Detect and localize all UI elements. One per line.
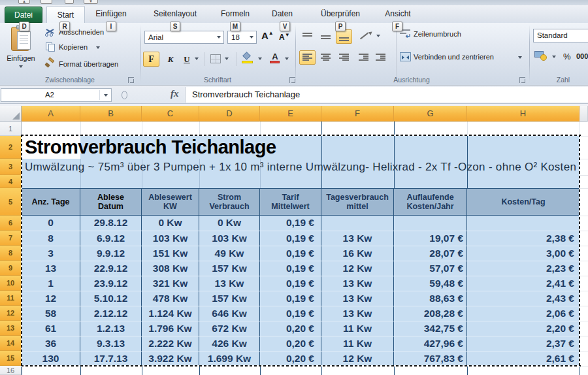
tab-datei[interactable]: Datei (5, 7, 42, 23)
table-cell[interactable]: 19,07 € (394, 231, 467, 246)
tab-formeln[interactable]: Formeln (221, 5, 250, 23)
table-cell[interactable]: 3 (22, 246, 80, 261)
table-cell[interactable]: 16 Kw (321, 246, 394, 261)
comma-style-button[interactable]: 000 (576, 52, 588, 60)
table-cell[interactable]: 1.2.13 (80, 321, 142, 336)
table-cell[interactable]: 0,20 € (260, 351, 321, 366)
italic-button[interactable]: K (163, 52, 178, 67)
table-col-header[interactable]: Kosten/Tag (467, 189, 580, 215)
column-header-F[interactable]: F (321, 106, 394, 122)
table-cell[interactable]: 342,75 € (394, 321, 467, 336)
table-cell[interactable]: 0,19 € (260, 216, 321, 231)
column-header-B[interactable]: B (80, 106, 142, 122)
sheet-subtitle-cell[interactable]: Umwälzung ~ 75m³ über 3 Pumpen + 1x 10 m… (25, 159, 576, 175)
table-col-header[interactable]: Tagesverbrauchmittel (321, 189, 394, 215)
row-header-12[interactable]: 12 (0, 306, 22, 321)
table-col-header[interactable]: AblesewertKW (142, 189, 199, 215)
table-cell[interactable]: 0,20 € (260, 336, 321, 351)
table-cell[interactable]: 0,19 € (260, 261, 321, 276)
row-header-2[interactable]: 2 (0, 136, 22, 159)
table-cell[interactable]: 6.9.12 (80, 231, 142, 246)
table-cell[interactable]: 2,06 € (467, 306, 580, 321)
decrease-indent-icon[interactable] (355, 50, 372, 65)
underline-dropdown-icon[interactable] (195, 57, 199, 60)
table-cell[interactable]: 8 (22, 231, 80, 246)
column-header-A[interactable]: A (22, 106, 80, 122)
formula-bar-splitter[interactable] (122, 91, 127, 99)
row-header-3[interactable]: 3 (0, 159, 22, 175)
row-header-7[interactable]: 7 (0, 231, 22, 246)
clipboard-dialog-launcher-icon[interactable] (128, 77, 134, 83)
insert-function-icon[interactable]: fx (171, 88, 179, 99)
table-cell[interactable]: 0,19 € (260, 291, 321, 306)
fill-color-dropdown-icon[interactable] (258, 57, 262, 60)
table-cell[interactable]: 0 (22, 216, 80, 231)
format-painter-button[interactable]: Format übertragen (59, 60, 118, 68)
column-header-C[interactable]: C (142, 106, 199, 122)
row-header-5[interactable]: 5 (0, 188, 22, 216)
row-header-9[interactable]: 9 (0, 261, 22, 276)
table-cell[interactable]: 478 Kw (142, 291, 199, 306)
table-cell[interactable]: 2,43 € (467, 291, 580, 306)
sheet-title-cell[interactable]: Stromverbrauch Teichanlage (25, 136, 276, 159)
table-cell[interactable]: 36 (22, 336, 80, 351)
table-cell[interactable]: 1 (22, 276, 80, 291)
column-header-H[interactable]: H (467, 106, 580, 122)
bold-button[interactable]: F (143, 52, 159, 67)
table-cell[interactable]: 2.222 Kw (142, 336, 199, 351)
merge-center-button[interactable]: Verbinden und zentrieren (414, 53, 494, 61)
table-cell[interactable]: 12 Kw (321, 351, 394, 366)
wrap-text-button[interactable]: Zeilenumbruch (414, 30, 461, 38)
table-cell[interactable]: 1.796 Kw (142, 321, 199, 336)
row-header-6[interactable]: 6 (0, 216, 22, 231)
grow-font-button[interactable]: A▲ (261, 30, 274, 41)
table-cell[interactable]: 0,20 € (260, 321, 321, 336)
table-cell[interactable]: 88,63 € (394, 291, 467, 306)
paste-dropdown-icon[interactable] (19, 65, 23, 68)
table-col-header[interactable]: AbleseDatum (80, 189, 142, 215)
table-cell[interactable]: 308 Kw (142, 261, 199, 276)
table-cell[interactable]: 2,61 € (467, 351, 580, 366)
underline-button[interactable]: U (180, 52, 193, 67)
row-header-15[interactable]: 15 (0, 351, 22, 366)
table-cell[interactable]: 208,28 € (394, 306, 467, 321)
align-left-icon[interactable] (299, 50, 316, 65)
table-cell[interactable]: 13 (22, 261, 80, 276)
font-color-dropdown-icon[interactable] (285, 57, 289, 60)
borders-icon[interactable] (210, 54, 221, 63)
fill-color-icon[interactable] (241, 52, 254, 63)
table-cell[interactable]: 2.12.12 (80, 306, 142, 321)
row-header-11[interactable]: 11 (0, 291, 22, 306)
table-cell[interactable]: 59,48 € (394, 276, 467, 291)
table-cell[interactable]: 13 Kw (321, 276, 394, 291)
table-cell[interactable]: 57,07 € (394, 261, 467, 276)
name-box[interactable]: A2 (1, 88, 112, 102)
table-cell[interactable]: 151 Kw (142, 246, 199, 261)
column-header-D[interactable]: D (199, 106, 260, 122)
table-cell[interactable]: 427,96 € (394, 336, 467, 351)
table-col-header[interactable]: Anz. Tage (22, 189, 80, 215)
borders-dropdown-icon[interactable] (225, 57, 229, 60)
alignment-dialog-launcher-icon[interactable] (519, 77, 525, 83)
align-bottom-icon[interactable] (336, 29, 352, 44)
table-cell[interactable] (467, 216, 580, 231)
table-cell[interactable]: 9.3.13 (80, 336, 142, 351)
table-cell[interactable]: 3.922 Kw (142, 351, 199, 366)
table-cell[interactable]: 12 (22, 291, 80, 306)
table-cell[interactable]: 2,20 € (467, 321, 580, 336)
column-header-E[interactable]: E (260, 106, 321, 122)
column-header-G[interactable]: G (394, 106, 467, 122)
table-cell[interactable]: 2,37 € (467, 336, 580, 351)
font-size-combo[interactable]: 18 (227, 31, 257, 44)
paste-button[interactable]: Einfügen (4, 54, 38, 62)
table-cell[interactable]: 29.8.12 (80, 216, 142, 231)
table-cell[interactable]: 11 Kw (321, 336, 394, 351)
currency-dropdown-icon[interactable] (552, 56, 556, 58)
increase-indent-icon[interactable] (372, 50, 389, 65)
row-header-1[interactable]: 1 (0, 122, 22, 136)
font-color-icon[interactable]: A (269, 52, 281, 63)
table-cell[interactable]: 103 Kw (199, 231, 260, 246)
column-header-partial[interactable] (580, 106, 588, 122)
table-cell[interactable]: 0 Kw (142, 216, 199, 231)
table-cell[interactable]: 2,38 € (467, 231, 580, 246)
